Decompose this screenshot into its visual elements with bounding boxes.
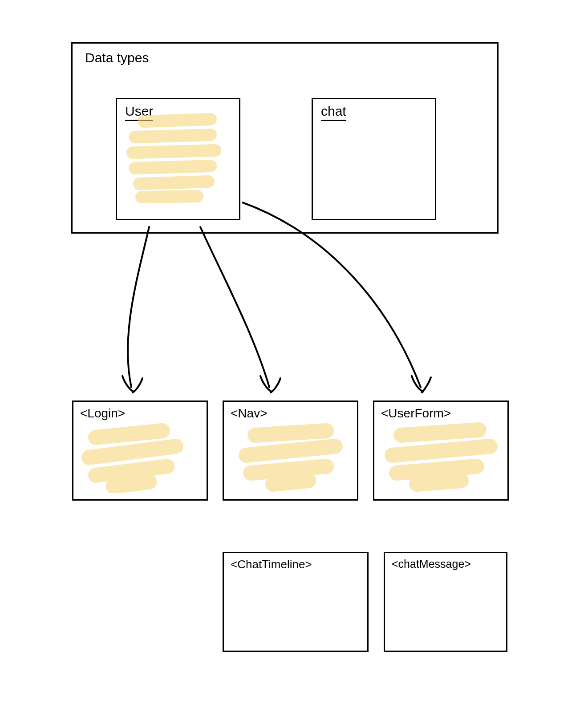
chatmessage-component-box: <chatMessage> (384, 552, 507, 652)
chatmessage-component-label: <chatMessage> (392, 558, 471, 570)
chat-type-box: chat (312, 98, 436, 220)
login-component-box: <Login> (72, 400, 208, 501)
userform-highlight-icon (381, 422, 501, 493)
userform-component-label: <UserForm> (381, 406, 451, 421)
userform-component-box: <UserForm> (373, 400, 509, 501)
data-types-title: Data types (85, 50, 149, 65)
chat-type-label: chat (321, 104, 346, 121)
chattimeline-component-label: <ChatTimeline> (231, 558, 312, 571)
user-highlight-icon (122, 108, 228, 206)
nav-component-box: <Nav> (223, 400, 358, 501)
nav-highlight-icon (233, 422, 349, 493)
login-highlight-icon (78, 422, 194, 493)
login-component-label: <Login> (80, 406, 125, 421)
nav-component-label: <Nav> (231, 406, 268, 421)
user-type-box: User (116, 98, 240, 220)
chattimeline-component-box: <ChatTimeline> (223, 552, 369, 652)
